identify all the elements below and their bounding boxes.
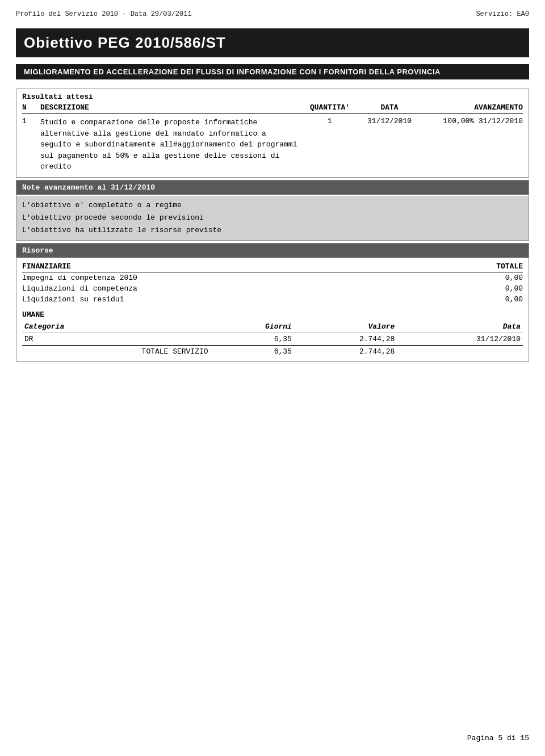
page-number: Pagina 5 di 15	[467, 734, 529, 742]
umane-totale-row: TOTALE SERVIZIO 6,35 2.744,28	[22, 345, 523, 358]
umane-totale-giorni: 6,35	[214, 345, 294, 358]
umane-col-valore: Valore	[294, 321, 397, 333]
col-header-n: N	[22, 103, 40, 112]
umane-totale-label: TOTALE SERVIZIO	[22, 345, 214, 358]
col-header-quantita: QUANTITA'	[301, 103, 358, 112]
subtitle-bar: MIGLIORAMENTO ED ACCELLERAZIONE DEI FLUS…	[16, 64, 529, 79]
finanziarie-totale-label: TOTALE	[496, 262, 523, 271]
finanziarie-totale-1: 0,00	[505, 274, 523, 282]
note-line-1: L'obiettivo e' completato o a regime	[22, 199, 523, 212]
finanziarie-desc-1: Impegni di competenza 2010	[22, 274, 137, 282]
title-block: Obiettivo PEG 2010/586/ST	[16, 28, 529, 57]
umane-row-giorni: 6,35	[214, 333, 294, 345]
umane-totale-data	[397, 345, 523, 358]
umane-header-row: Categoria Giorni Valore Data	[22, 321, 523, 333]
umane-label: UMANE	[22, 310, 523, 319]
umane-table: Categoria Giorni Valore Data DR 6,35 2.7…	[22, 321, 523, 358]
row-data: 31/12/2010	[358, 117, 421, 125]
col-header-descrizione: DESCRIZIONE	[40, 103, 301, 112]
umane-row-valore: 2.744,28	[294, 333, 397, 345]
row-n: 1	[22, 117, 40, 125]
finanziarie-row-3: Liquidazioni su residui 0,00	[22, 294, 523, 305]
header-right: Servizio: EA0	[476, 10, 529, 18]
finanziarie-totale-3: 0,00	[505, 295, 523, 304]
finanziarie-desc-2: Liquidazioni di competenza	[22, 284, 137, 293]
row-descrizione: Studio e comparazione delle proposte inf…	[40, 117, 301, 173]
risultati-header: N DESCRIZIONE QUANTITA' DATA AVANZAMENTO	[22, 103, 523, 114]
umane-totale-valore: 2.744,28	[294, 345, 397, 358]
risorse-header: Risorse	[16, 243, 529, 258]
note-body: L'obiettivo e' completato o a regime L'o…	[16, 196, 529, 240]
page-title: Obiettivo PEG 2010/586/ST	[24, 34, 521, 52]
note-section: Note avanzamento al 31/12/2010 L'obietti…	[16, 180, 529, 241]
header-left: Profilo del Servizio 2010 - Data 29/03/2…	[16, 10, 192, 18]
umane-col-data: Data	[397, 321, 523, 333]
row-avanzamento: 100,00% 31/12/2010	[421, 117, 523, 125]
finanziarie-row-1: Impegni di competenza 2010 0,00	[22, 272, 523, 283]
risultati-section: Risultati attesi N DESCRIZIONE QUANTITA'…	[16, 89, 529, 178]
header-bar: Profilo del Servizio 2010 - Data 29/03/2…	[16, 10, 529, 18]
umane-row-categoria: DR	[22, 333, 214, 345]
umane-col-giorni: Giorni	[214, 321, 294, 333]
risultati-label: Risultati attesi	[22, 93, 523, 101]
table-row: 1 Studio e comparazione delle proposte i…	[22, 116, 523, 174]
umane-data-row: DR 6,35 2.744,28 31/12/2010	[22, 333, 523, 345]
finanziarie-row-2: Liquidazioni di competenza 0,00	[22, 283, 523, 294]
finanziarie-totale-2: 0,00	[505, 284, 523, 293]
note-line-2: L'obiettivo procede secondo le prevision…	[22, 212, 523, 224]
risorse-section: Risorse FINANZIARIE TOTALE Impegni di co…	[16, 243, 529, 362]
note-header: Note avanzamento al 31/12/2010	[16, 180, 529, 195]
note-line-3: L'obiettivo ha utilizzato le risorse pre…	[22, 224, 523, 237]
umane-col-categoria: Categoria	[22, 321, 214, 333]
finanziarie-label: FINANZIARIE	[22, 262, 71, 271]
row-quantita: 1	[301, 117, 358, 125]
col-header-data: DATA	[358, 103, 421, 112]
umane-row-data: 31/12/2010	[397, 333, 523, 345]
page-footer: Pagina 5 di 15	[467, 734, 529, 742]
finanziarie-desc-3: Liquidazioni su residui	[22, 295, 124, 304]
col-header-avanzamento: AVANZAMENTO	[421, 103, 523, 112]
